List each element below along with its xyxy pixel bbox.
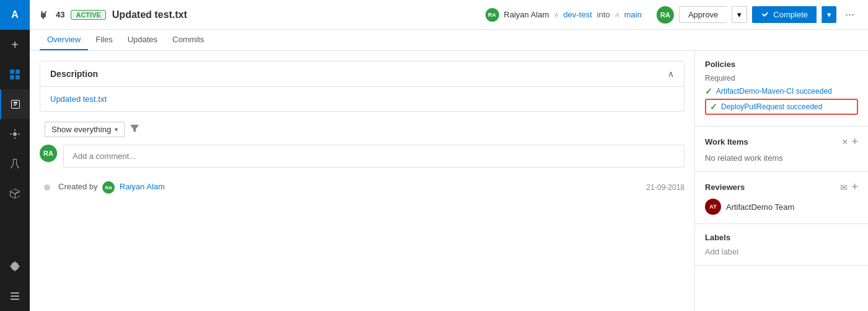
comment-input[interactable] <box>64 145 684 167</box>
user-avatar: RA <box>657 6 674 24</box>
svg-rect-6 <box>11 295 19 297</box>
chevron-down-icon-activity: ▾ <box>115 126 118 133</box>
work-items-header: Work Items × + <box>705 135 858 148</box>
comment-input-wrap[interactable] <box>63 145 684 168</box>
tab-updates[interactable]: Updates <box>120 30 165 50</box>
activity-toolbar: Show everything ▾ <box>40 122 684 137</box>
reviewers-section: Reviewers ✉ + AT ArtifactDemo Team <box>695 172 868 224</box>
collapse-icon[interactable]: ∧ <box>668 69 674 79</box>
sidebar-icon-repos[interactable] <box>0 89 30 119</box>
sidebar-icon-misc[interactable] <box>0 281 30 311</box>
created-by-label: Created by <box>58 182 98 191</box>
description-title: Description <box>50 69 98 79</box>
sidebar: A + <box>0 0 30 311</box>
show-everything-button[interactable]: Show everything ▾ <box>45 122 125 137</box>
complete-dropdown[interactable]: ▾ <box>822 6 836 23</box>
svg-rect-0 <box>10 70 14 74</box>
work-items-close-button[interactable]: × <box>842 137 848 148</box>
sidebar-icon-pipelines[interactable] <box>0 119 30 149</box>
main-content: 43 ACTIVE Updated test.txt RA Raiyan Ala… <box>30 0 868 311</box>
svg-rect-3 <box>16 75 20 79</box>
timeline-dot <box>44 184 50 191</box>
svg-point-4 <box>13 132 17 136</box>
pr-icon-group <box>40 10 50 20</box>
reviewer-avatar: AT <box>705 199 721 215</box>
policy-link-deploy[interactable]: DeployPullRequest succeeded <box>721 102 822 111</box>
reviewer-item: AT ArtifactDemo Team <box>705 199 858 215</box>
policy-item-ci: ✓ ArtifactDemo-Maven-CI succeeded <box>705 86 858 96</box>
into-text: into <box>597 10 610 19</box>
add-label-link[interactable]: Add label <box>705 247 738 256</box>
work-items-title: Work Items <box>705 137 748 146</box>
sidebar-icon-settings[interactable] <box>0 251 30 281</box>
policy-item-deploy: ✓ DeployPullRequest succeeded <box>705 99 858 115</box>
timeline-date: 21-09-2018 <box>647 183 684 192</box>
sidebar-icon-boards[interactable] <box>0 60 30 89</box>
complete-button[interactable]: Complete <box>752 6 817 23</box>
main-panel: Description ∧ Updated test.txt Show ever… <box>30 51 694 311</box>
active-badge: ACTIVE <box>71 10 105 20</box>
top-bar: 43 ACTIVE Updated test.txt RA Raiyan Ala… <box>30 0 868 30</box>
sidebar-user-avatar[interactable]: A <box>0 0 30 30</box>
required-label: Required <box>705 74 858 83</box>
svg-rect-2 <box>10 75 14 79</box>
top-bar-actions: RA Raiyan Alam ⑃ dev-test into ⑃ main RA… <box>485 6 858 24</box>
work-items-actions: × + <box>842 135 858 148</box>
reviewers-email-button[interactable]: ✉ <box>840 183 848 192</box>
no-work-items-text: No related work items <box>705 153 858 163</box>
creator-avatar: RA <box>102 181 115 194</box>
from-branch-link[interactable]: dev-test <box>564 10 592 19</box>
sidebar-icon-test[interactable] <box>0 149 30 179</box>
chevron-down-icon-complete: ▾ <box>827 10 831 19</box>
more-options-button[interactable]: ··· <box>841 8 858 21</box>
content-area: Description ∧ Updated test.txt Show ever… <box>30 51 868 311</box>
sub-nav: Overview Files Updates Commits <box>30 30 868 51</box>
description-card-body: Updated test.txt <box>40 87 684 111</box>
author-avatar: RA <box>485 8 499 22</box>
filter-icon[interactable] <box>130 124 140 135</box>
creator-name-link[interactable]: Raiyan Alam <box>120 182 165 191</box>
description-card: Description ∧ Updated test.txt <box>40 61 684 112</box>
tab-commits[interactable]: Commits <box>165 30 211 50</box>
commenter-avatar: RA <box>40 145 57 162</box>
pr-title: Updated test.txt <box>112 9 479 20</box>
labels-title: Labels <box>705 233 858 242</box>
approve-dropdown[interactable]: ▾ <box>732 6 747 23</box>
reviewers-header: Reviewers ✉ + <box>705 181 858 194</box>
approve-button[interactable]: Approve <box>679 6 727 23</box>
right-panel: Policies Required ✓ ArtifactDemo-Maven-C… <box>694 51 868 311</box>
to-branch-link[interactable]: main <box>624 10 642 19</box>
svg-rect-1 <box>16 70 20 74</box>
svg-rect-5 <box>11 292 19 294</box>
svg-rect-7 <box>11 299 19 300</box>
timeline-content: Created by RA Raiyan Alam <box>58 181 640 194</box>
branch-icon-to: ⑃ <box>615 11 619 19</box>
labels-section: Labels Add label <box>695 224 868 266</box>
work-items-add-button[interactable]: + <box>851 135 858 148</box>
policy-link-ci[interactable]: ArtifactDemo-Maven-CI succeeded <box>716 87 832 96</box>
description-text: Updated test.txt <box>50 94 107 104</box>
work-items-section: Work Items × + No related work items <box>695 127 868 172</box>
policies-section: Policies Required ✓ ArtifactDemo-Maven-C… <box>695 51 868 127</box>
tab-overview[interactable]: Overview <box>40 30 88 50</box>
policy-check-ci: ✓ <box>705 86 712 96</box>
branch-icon-from: ⑃ <box>554 11 559 19</box>
reviewers-title: Reviewers <box>705 183 745 192</box>
tab-files[interactable]: Files <box>88 30 120 50</box>
pr-number: 43 <box>56 10 64 19</box>
chevron-down-icon: ▾ <box>737 10 742 19</box>
description-card-header: Description ∧ <box>40 61 684 87</box>
reviewers-add-button[interactable]: + <box>851 181 858 194</box>
ellipsis-icon: ··· <box>845 8 854 20</box>
timeline-item: Created by RA Raiyan Alam 21-09-2018 <box>40 178 684 197</box>
show-everything-label: Show everything <box>51 125 111 134</box>
comment-row: RA <box>40 145 684 168</box>
sidebar-icon-add[interactable]: + <box>0 30 30 60</box>
sidebar-icon-artifacts[interactable] <box>0 179 30 209</box>
policies-title: Policies <box>705 60 858 69</box>
policy-check-deploy: ✓ <box>710 102 717 112</box>
reviewer-name: ArtifactDemo Team <box>726 202 794 212</box>
reviewers-actions: ✉ + <box>840 181 858 194</box>
author-name: Raiyan Alam <box>504 10 549 19</box>
